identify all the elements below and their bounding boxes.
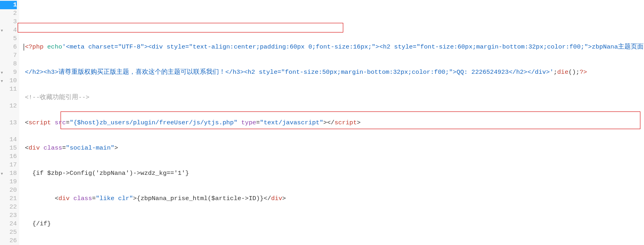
line-number[interactable]: 15 (0, 144, 17, 152)
line-number[interactable]: 8 (0, 60, 17, 68)
line-number[interactable]: 1 (0, 1, 17, 9)
code-line[interactable]: <div class="social-main"> (25, 144, 644, 152)
line-number[interactable]: ▼4 (0, 26, 17, 34)
line-number[interactable] (0, 110, 17, 119)
code-line[interactable]: </h2><h3>请尊重版权购买正版主题，喜欢这个的主题可以联系我们！</h3>… (25, 68, 644, 77)
line-number[interactable]: 23 (0, 211, 17, 220)
code-line[interactable]: <!--收藏功能引用--> (25, 93, 644, 102)
code-line[interactable]: {if $zbp->Config('zbpNana')->wzdz_kg=='1… (25, 169, 644, 178)
line-number[interactable]: ▼18 (0, 169, 17, 178)
code-line[interactable]: {/if} (25, 220, 644, 228)
line-number[interactable]: 6 (0, 43, 17, 51)
line-number[interactable]: ▼10 (0, 77, 17, 85)
code-area[interactable]: <?php echo'<meta charset="UTF-8"><div st… (19, 0, 644, 245)
line-number[interactable] (0, 127, 17, 136)
fold-icon[interactable]: ▼ (1, 77, 3, 86)
line-number[interactable]: 26 (0, 237, 17, 245)
line-number[interactable]: 24 (0, 220, 17, 228)
line-number[interactable]: 22 (0, 203, 17, 211)
line-number[interactable]: 12 (0, 102, 17, 110)
line-number-gutter[interactable]: 1 2 3 ▼4 5 6 7 8 ▼9 ▼10 11 12 13 14 15 1… (0, 0, 19, 245)
line-number[interactable]: 7 (0, 51, 17, 60)
line-number[interactable]: 14 (0, 136, 17, 144)
line-number[interactable]: 11 (0, 85, 17, 93)
text-cursor (24, 44, 24, 51)
fold-icon[interactable]: ▼ (1, 69, 3, 77)
line-number[interactable]: 20 (0, 186, 17, 194)
code-editor: 1 2 3 ▼4 5 6 7 8 ▼9 ▼10 11 12 13 14 15 1… (0, 0, 644, 245)
line-number[interactable]: 17 (0, 161, 17, 169)
code-line[interactable]: <div class="like clr">{zbpNana_prise_htm… (25, 194, 644, 203)
line-number[interactable]: 16 (0, 152, 17, 161)
line-number[interactable]: 2 (0, 9, 17, 18)
highlight-box (18, 23, 343, 32)
line-number[interactable]: 3 (0, 18, 17, 26)
fold-icon[interactable]: ▼ (1, 27, 3, 35)
line-number[interactable]: ▼9 (0, 68, 17, 77)
line-number[interactable]: 19 (0, 178, 17, 186)
line-number[interactable] (0, 93, 17, 102)
fold-icon[interactable]: ▼ (1, 170, 3, 178)
line-number[interactable]: 21 (0, 194, 17, 203)
line-number[interactable]: 5 (0, 34, 17, 43)
code-line[interactable]: <script src="{$host}zb_users/plugin/free… (25, 119, 644, 127)
code-line[interactable]: <?php echo'<meta charset="UTF-8"><div st… (25, 43, 644, 51)
line-number[interactable]: 13 (0, 119, 17, 127)
line-number[interactable]: 25 (0, 228, 17, 237)
